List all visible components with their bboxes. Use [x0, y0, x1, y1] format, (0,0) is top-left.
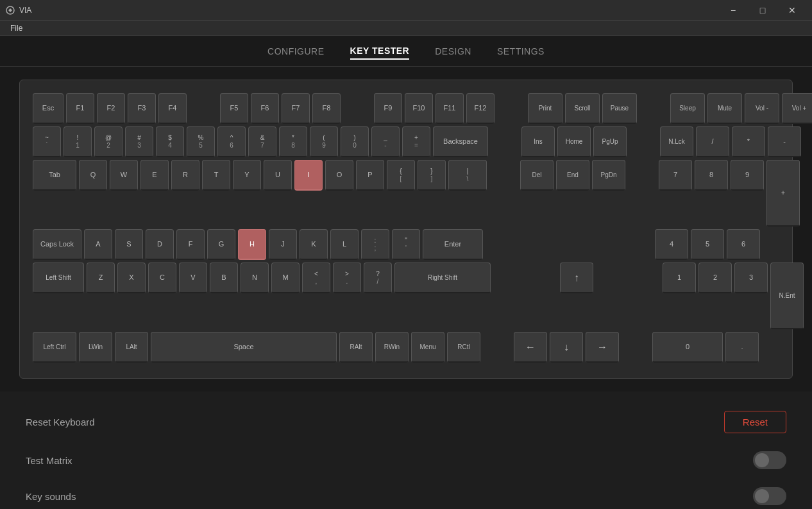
key-num9[interactable]: 9: [731, 160, 764, 191]
key-vol-down[interactable]: Vol -: [745, 93, 779, 124]
key-pgup[interactable]: PgUp: [593, 126, 627, 157]
key-num5[interactable]: 5: [691, 229, 724, 260]
tab-key-tester[interactable]: KEY TESTER: [350, 43, 410, 60]
key-f12[interactable]: F12: [466, 93, 495, 124]
key-v[interactable]: V: [179, 263, 207, 293]
key-lbracket[interactable]: {[: [387, 160, 415, 191]
key-tilde[interactable]: ~`: [33, 126, 61, 157]
key-2[interactable]: @2: [94, 126, 123, 157]
key-q[interactable]: Q: [79, 160, 107, 191]
key-s[interactable]: S: [115, 229, 143, 260]
key-rbracket[interactable]: }]: [418, 160, 446, 191]
key-u[interactable]: U: [264, 160, 292, 191]
key-rwin[interactable]: RWin: [375, 332, 409, 363]
file-menu[interactable]: File: [5, 22, 28, 34]
key-home[interactable]: Home: [557, 126, 591, 157]
key-vol-up[interactable]: Vol +: [782, 93, 812, 124]
key-num0[interactable]: 0: [652, 332, 723, 363]
key-num-plus[interactable]: +: [766, 160, 800, 227]
key-6[interactable]: ^6: [217, 126, 246, 157]
test-matrix-toggle[interactable]: [753, 451, 786, 469]
key-f[interactable]: F: [176, 229, 205, 260]
tab-settings[interactable]: SETTINGS: [497, 44, 545, 59]
key-f3[interactable]: F3: [128, 93, 156, 124]
key-mute[interactable]: Mute: [707, 93, 742, 124]
key-c[interactable]: C: [148, 263, 176, 293]
key-pgdn[interactable]: PgDn: [592, 160, 625, 191]
key-num-asterisk[interactable]: *: [732, 126, 765, 157]
key-n[interactable]: N: [241, 263, 269, 293]
key-f8[interactable]: F8: [312, 93, 341, 124]
key-f7[interactable]: F7: [282, 93, 310, 124]
key-numlck[interactable]: N.Lck: [660, 126, 693, 157]
key-i[interactable]: I: [294, 160, 323, 191]
key-sleep[interactable]: Sleep: [670, 93, 705, 124]
key-y[interactable]: Y: [233, 160, 261, 191]
key-minus[interactable]: _-: [371, 126, 400, 157]
key-t[interactable]: T: [202, 160, 230, 191]
key-o[interactable]: O: [325, 160, 353, 191]
key-num-slash[interactable]: /: [696, 126, 729, 157]
key-d[interactable]: D: [146, 229, 174, 260]
key-left[interactable]: ←: [514, 332, 547, 363]
key-w[interactable]: W: [110, 160, 138, 191]
key-pause[interactable]: Pause: [602, 93, 637, 124]
key-print[interactable]: Print: [528, 93, 562, 124]
key-8[interactable]: *8: [279, 126, 307, 157]
key-enter[interactable]: Enter: [423, 229, 483, 260]
key-r[interactable]: R: [171, 160, 199, 191]
key-3[interactable]: #3: [125, 126, 153, 157]
key-p[interactable]: P: [356, 160, 384, 191]
key-period[interactable]: >.: [333, 263, 361, 293]
key-rctl[interactable]: RCtl: [447, 332, 480, 363]
key-7[interactable]: &7: [248, 126, 276, 157]
key-num-minus[interactable]: -: [768, 126, 801, 157]
key-end[interactable]: End: [556, 160, 589, 191]
minimize-button[interactable]: −: [718, 0, 748, 21]
key-x[interactable]: X: [117, 263, 146, 293]
key-m[interactable]: M: [271, 263, 300, 293]
maximize-button[interactable]: □: [748, 0, 777, 21]
key-4[interactable]: $4: [156, 126, 184, 157]
key-9[interactable]: (9: [310, 126, 338, 157]
tab-configure[interactable]: CONFIGURE: [267, 44, 325, 59]
key-caps[interactable]: Caps Lock: [33, 229, 81, 260]
key-comma[interactable]: <,: [302, 263, 330, 293]
key-h[interactable]: H: [238, 229, 266, 260]
key-k[interactable]: K: [300, 229, 328, 260]
key-lctrl[interactable]: Left Ctrl: [33, 332, 76, 363]
key-0[interactable]: )0: [341, 126, 369, 157]
key-b[interactable]: B: [210, 263, 238, 293]
key-up[interactable]: ↑: [560, 263, 593, 293]
key-menu[interactable]: Menu: [411, 332, 444, 363]
key-space[interactable]: Space: [151, 332, 337, 363]
key-num6[interactable]: 6: [727, 229, 760, 260]
key-num3[interactable]: 3: [734, 263, 768, 293]
key-semicolon[interactable]: :;: [361, 229, 389, 260]
key-a[interactable]: A: [84, 229, 112, 260]
key-num-enter[interactable]: N.Ent: [770, 263, 804, 329]
key-j[interactable]: J: [269, 229, 297, 260]
key-f2[interactable]: F2: [97, 93, 125, 124]
key-f11[interactable]: F11: [436, 93, 464, 124]
key-esc[interactable]: Esc: [33, 93, 63, 124]
key-right[interactable]: →: [586, 332, 619, 363]
key-quote[interactable]: "': [392, 229, 420, 260]
key-sounds-toggle[interactable]: [753, 487, 786, 505]
key-lshift[interactable]: Left Shift: [33, 263, 84, 293]
key-num-dot[interactable]: .: [725, 332, 759, 363]
key-num1[interactable]: 1: [663, 263, 696, 293]
key-f5[interactable]: F5: [220, 93, 248, 124]
key-f4[interactable]: F4: [158, 93, 187, 124]
key-backspace[interactable]: Backspace: [433, 126, 488, 157]
key-ralt[interactable]: RAlt: [339, 332, 373, 363]
key-5[interactable]: %5: [187, 126, 215, 157]
key-f9[interactable]: F9: [374, 93, 402, 124]
key-lalt[interactable]: LAlt: [115, 332, 148, 363]
key-1[interactable]: !1: [63, 126, 92, 157]
key-equals[interactable]: +=: [402, 126, 430, 157]
key-backslash[interactable]: |\: [448, 160, 487, 191]
reset-button[interactable]: Reset: [724, 411, 786, 433]
key-ins[interactable]: Ins: [521, 126, 555, 157]
key-num7[interactable]: 7: [659, 160, 692, 191]
